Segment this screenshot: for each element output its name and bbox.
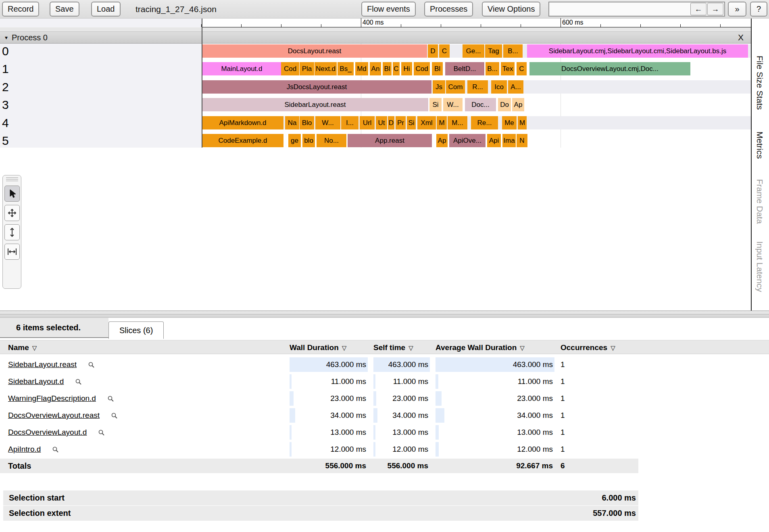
trace-slice[interactable]: App.reast (348, 134, 432, 147)
trace-slice[interactable]: N (517, 134, 527, 147)
trace-slice[interactable]: Ap (436, 134, 448, 147)
trace-slice[interactable]: D (428, 44, 438, 58)
column-header-occurrences[interactable]: Occurrences▽ (561, 340, 615, 355)
find-slice-button[interactable] (98, 429, 105, 436)
process-header[interactable]: ▾ Process 0 X (0, 31, 751, 44)
trace-slice[interactable]: Do (498, 98, 511, 111)
trace-slice[interactable]: DocsLayout.reast (202, 44, 427, 58)
trace-slice[interactable]: Na (285, 116, 299, 129)
trace-slice[interactable]: CodeExample.d (202, 134, 283, 147)
sort-triangle-icon[interactable]: ▽ (342, 344, 347, 351)
slice-name-link[interactable]: SidebarLayout.reast (8, 360, 77, 369)
trace-slice[interactable]: Ico (491, 80, 507, 94)
column-header-average-wall-duration[interactable]: Average Wall Duration▽ (436, 340, 525, 355)
trace-slice[interactable]: Ut (376, 116, 387, 129)
flow-events-button[interactable]: Flow events (361, 2, 416, 17)
trace-slice[interactable]: No... (317, 134, 346, 147)
panel-splitter[interactable] (0, 311, 769, 318)
slice-name-link[interactable]: WarningFlagDescription.d (8, 394, 96, 403)
trace-slice[interactable]: Pr (396, 116, 406, 129)
timing-tool-button[interactable] (4, 244, 20, 260)
find-previous-button[interactable]: ← (690, 3, 706, 15)
trace-slice[interactable]: ApiMarkdown.d (202, 116, 283, 129)
trace-slice[interactable]: Cod (281, 62, 299, 75)
column-header-self-time[interactable]: Self time▽ (373, 340, 413, 355)
collapse-triangle-icon[interactable]: ▾ (5, 34, 8, 41)
pan-tool-button[interactable] (4, 205, 20, 221)
close-process-button[interactable]: X (738, 33, 744, 42)
trace-slice[interactable]: Blo (300, 116, 314, 129)
trace-slice[interactable]: Com (446, 80, 465, 94)
trace-slice[interactable]: A... (508, 80, 523, 94)
column-header-wall-duration[interactable]: Wall Duration▽ (290, 340, 346, 355)
trace-slice[interactable]: An (370, 62, 381, 75)
trace-slice[interactable]: W... (315, 116, 340, 129)
trace-slice[interactable]: D (388, 116, 394, 129)
trace-slice[interactable]: R... (467, 80, 488, 94)
trace-slice[interactable]: ApiOve... (449, 134, 486, 147)
trace-slice[interactable]: Doc... (465, 98, 496, 111)
trace-slice[interactable]: B... (486, 62, 499, 75)
find-next-button[interactable]: → (707, 3, 723, 15)
slice-name-link[interactable]: DocsOverviewLayout.d (8, 428, 87, 437)
trace-slice[interactable]: I... (341, 116, 358, 129)
trace-slice[interactable]: Bl (383, 62, 392, 75)
sidebar-tab-metrics[interactable]: Metrics (755, 131, 765, 159)
find-slice-button[interactable] (107, 395, 114, 402)
trace-slice[interactable]: Pla (300, 62, 314, 75)
slice-name-link[interactable]: DocsOverviewLayout.reast (8, 411, 100, 420)
trace-slice[interactable]: Ap (512, 98, 524, 111)
trace-slice[interactable]: Md (355, 62, 368, 75)
sort-triangle-icon[interactable]: ▽ (520, 344, 525, 351)
trace-slice[interactable]: Url (360, 116, 375, 129)
trace-slice[interactable]: blo (302, 134, 315, 147)
help-button[interactable]: ? (750, 2, 767, 17)
overflow-menu-button[interactable]: » (728, 2, 746, 17)
load-button[interactable]: Load (91, 2, 121, 17)
trace-slice[interactable]: Cod (414, 62, 430, 75)
tool-palette[interactable] (2, 175, 21, 289)
trace-slice[interactable]: SidebarLayout.reast (202, 98, 428, 111)
trace-slice[interactable]: Re... (471, 116, 498, 129)
trace-slice[interactable]: Js (433, 80, 445, 94)
sidebar-tab-frame-data[interactable]: Frame Data (755, 179, 765, 224)
sidebar-tab-input-latency[interactable]: Input Latency (755, 241, 765, 292)
trace-slice[interactable]: Si (407, 116, 416, 129)
trace-slice[interactable]: M... (448, 116, 467, 129)
sort-triangle-icon[interactable]: ▽ (408, 344, 413, 351)
sort-triangle-icon[interactable]: ▽ (32, 344, 37, 351)
search-input[interactable] (549, 2, 690, 16)
find-slice-button[interactable] (75, 378, 82, 385)
trace-slice[interactable]: Xml (417, 116, 436, 129)
slice-name-link[interactable]: ApiIntro.d (8, 445, 41, 454)
sort-triangle-icon[interactable]: ▽ (611, 344, 615, 351)
trace-slice[interactable]: Api (487, 134, 501, 147)
trace-slice[interactable]: Me (502, 116, 517, 129)
find-slice-button[interactable] (88, 361, 95, 368)
trace-slice[interactable]: SidebarLayout.cmj,SidebarLayout.cmi,Side… (527, 44, 748, 58)
trace-slice[interactable]: M (518, 116, 527, 129)
palette-grip-icon[interactable] (6, 177, 18, 182)
trace-slice[interactable]: Si (429, 98, 442, 111)
zoom-tool-button[interactable] (4, 224, 20, 240)
selection-tool-button[interactable] (4, 186, 20, 202)
find-slice-button[interactable] (52, 446, 59, 453)
save-button[interactable]: Save (50, 2, 79, 17)
view-options-button[interactable]: View Options (482, 2, 540, 17)
trace-slice[interactable]: DocsOverviewLayout.cmj,Doc... (529, 62, 690, 75)
tab-slices[interactable]: Slices (6) (108, 321, 164, 339)
trace-slice[interactable]: Next.d (315, 62, 337, 75)
slice-name-link[interactable]: SidebarLayout.d (8, 377, 64, 386)
trace-slice[interactable]: W... (443, 98, 463, 111)
trace-slice[interactable]: Ima (502, 134, 516, 147)
record-button[interactable]: Record (2, 2, 39, 17)
trace-slice[interactable]: BeltD... (445, 62, 484, 75)
trace-slice[interactable]: C (393, 62, 400, 75)
trace-slice[interactable]: B... (503, 44, 523, 58)
trace-slice[interactable]: C (439, 44, 450, 58)
trace-slice[interactable]: Ge... (463, 44, 484, 58)
timeline-ruler[interactable]: 400 ms600 ms (202, 19, 751, 27)
trace-slice[interactable]: C (517, 62, 527, 75)
trace-slice[interactable]: Tag (485, 44, 502, 58)
trace-slice[interactable]: Tex (501, 62, 515, 75)
